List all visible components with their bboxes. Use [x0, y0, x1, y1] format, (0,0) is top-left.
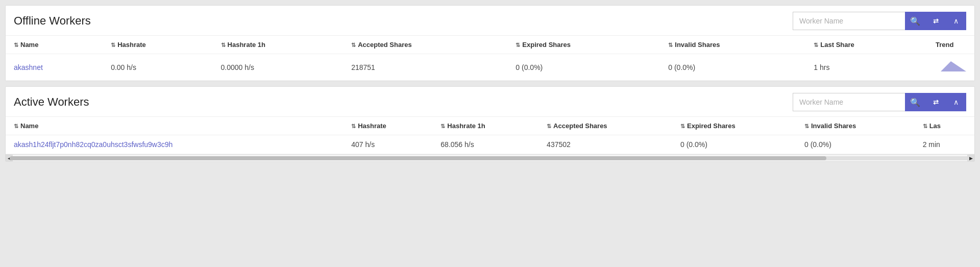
active-col-lastshare[interactable]: ⇅Las: [915, 117, 974, 135]
offline-col-hashrate1h[interactable]: ⇅Hashrate 1h: [213, 36, 344, 54]
active-col-hashrate1h[interactable]: ⇅Hashrate 1h: [432, 117, 538, 135]
active-workers-panel: Active Workers 🔍 ⇄ ∧ ⇅Name ⇅Hashrate: [5, 86, 975, 162]
worker-last-share: 2 min: [915, 135, 974, 154]
sort-icon: ⇅: [440, 123, 445, 130]
worker-name-cell: akash1h24fljt7p0nh82cq0za0uhsct3sfwsfu9w…: [6, 135, 343, 154]
worker-expired-shares: 0 (0.0%): [672, 135, 796, 154]
sort-icon: ⇅: [351, 42, 356, 48]
worker-accepted-shares: 437502: [538, 135, 672, 154]
scrollbar-thumb[interactable]: [10, 156, 826, 160]
offline-search-button[interactable]: 🔍: [905, 12, 925, 30]
trend-chart: [936, 59, 966, 74]
worker-name-link[interactable]: akashnet: [14, 63, 43, 71]
worker-invalid-shares: 0 (0.0%): [660, 54, 805, 81]
worker-hashrate1h: 68.056 h/s: [432, 135, 538, 154]
offline-workers-table: ⇅Name ⇅Hashrate ⇅Hashrate 1h ⇅Accepted S…: [6, 36, 974, 81]
offline-search-input[interactable]: [793, 12, 905, 30]
table-row: akashnet 0.00 h/s 0.0000 h/s 218751 0 (0…: [6, 54, 974, 81]
sort-icon: ⇅: [923, 123, 927, 130]
active-search-button[interactable]: 🔍: [905, 93, 925, 111]
sort-icon: ⇅: [14, 123, 18, 130]
collapse-icon: ∧: [953, 17, 959, 25]
offline-workers-panel: Offline Workers 🔍 ⇄ ∧ ⇅Name ⇅Hashrate: [5, 5, 975, 81]
offline-col-invalid[interactable]: ⇅Invalid Shares: [660, 36, 805, 54]
collapse-icon: ∧: [953, 98, 959, 106]
worker-expired-shares: 0 (0.0%): [507, 54, 660, 81]
worker-hashrate1h: 0.0000 h/s: [213, 54, 344, 81]
active-panel-header: Active Workers 🔍 ⇄ ∧: [6, 87, 974, 117]
worker-accepted-shares: 218751: [343, 54, 507, 81]
offline-collapse-button[interactable]: ∧: [946, 12, 966, 30]
sort-icon: ⇅: [516, 42, 520, 48]
worker-name-link[interactable]: akash1h24fljt7p0nh82cq0za0uhsct3sfwsfu9w…: [14, 140, 173, 149]
table-row: akash1h24fljt7p0nh82cq0za0uhsct3sfwsfu9w…: [6, 135, 974, 154]
active-table-header-row: ⇅Name ⇅Hashrate ⇅Hashrate 1h ⇅Accepted S…: [6, 117, 974, 135]
sort-icon: ⇅: [351, 123, 356, 130]
sort-icon: ⇅: [547, 123, 551, 130]
sort-icon: ⇅: [814, 42, 818, 48]
worker-name-cell: akashnet: [6, 54, 103, 81]
active-search-input[interactable]: [793, 93, 905, 111]
active-workers-table: ⇅Name ⇅Hashrate ⇅Hashrate 1h ⇅Accepted S…: [6, 117, 974, 154]
scrollbar-right-arrow[interactable]: ▶: [967, 155, 974, 161]
worker-invalid-shares: 0 (0.0%): [796, 135, 915, 154]
page-wrapper: Offline Workers 🔍 ⇄ ∧ ⇅Name ⇅Hashrate: [0, 0, 980, 167]
offline-col-expired[interactable]: ⇅Expired Shares: [507, 36, 660, 54]
horizontal-scrollbar[interactable]: ◀ ▶: [6, 154, 974, 161]
offline-panel-header: Offline Workers 🔍 ⇄ ∧: [6, 6, 974, 36]
worker-last-share: 1 hrs: [805, 54, 927, 81]
scrollbar-track: [10, 156, 970, 160]
active-col-invalid[interactable]: ⇅Invalid Shares: [796, 117, 915, 135]
active-panel-title: Active Workers: [14, 95, 89, 109]
sort-icon: ⇅: [14, 42, 18, 48]
worker-hashrate: 407 h/s: [343, 135, 432, 154]
search-icon: 🔍: [910, 16, 920, 26]
sort-icon: ⇅: [804, 123, 809, 130]
svg-marker-0: [941, 61, 966, 71]
offline-col-trend: Trend: [927, 36, 974, 54]
offline-table-header-row: ⇅Name ⇅Hashrate ⇅Hashrate 1h ⇅Accepted S…: [6, 36, 974, 54]
offline-col-accepted[interactable]: ⇅Accepted Shares: [343, 36, 507, 54]
columns-icon: ⇄: [933, 17, 939, 25]
offline-panel-title: Offline Workers: [14, 14, 91, 28]
active-col-name[interactable]: ⇅Name: [6, 117, 343, 135]
search-icon: 🔍: [910, 98, 920, 107]
offline-columns-button[interactable]: ⇄: [925, 12, 946, 30]
columns-icon: ⇄: [933, 99, 939, 106]
active-col-accepted[interactable]: ⇅Accepted Shares: [538, 117, 672, 135]
active-header-controls: 🔍 ⇄ ∧: [793, 93, 966, 111]
offline-col-name[interactable]: ⇅Name: [6, 36, 103, 54]
sort-icon: ⇅: [111, 42, 115, 48]
sort-icon: ⇅: [680, 123, 685, 130]
offline-header-controls: 🔍 ⇄ ∧: [793, 12, 966, 30]
worker-trend: [927, 54, 974, 81]
active-columns-button[interactable]: ⇄: [925, 93, 946, 111]
worker-hashrate: 0.00 h/s: [103, 54, 212, 81]
active-col-expired[interactable]: ⇅Expired Shares: [672, 117, 796, 135]
sort-icon: ⇅: [668, 42, 673, 48]
offline-col-lastshare[interactable]: ⇅Last Share: [805, 36, 927, 54]
active-col-hashrate[interactable]: ⇅Hashrate: [343, 117, 432, 135]
active-collapse-button[interactable]: ∧: [946, 93, 966, 111]
sort-icon: ⇅: [221, 42, 226, 48]
offline-col-hashrate[interactable]: ⇅Hashrate: [103, 36, 212, 54]
